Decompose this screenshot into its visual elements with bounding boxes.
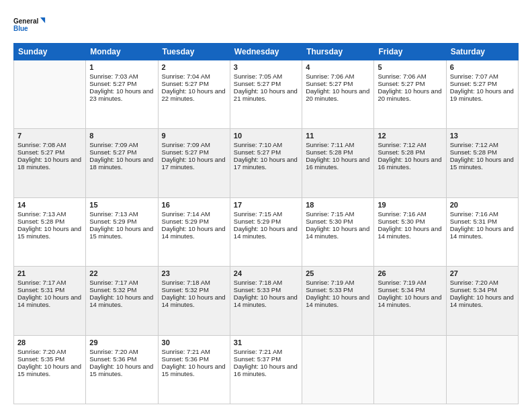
sunset-text: Sunset: 5:36 PM — [89, 355, 136, 363]
calendar-cell: 2 Sunrise: 7:04 AM Sunset: 5:27 PM Dayli… — [158, 60, 230, 129]
sunrise-text: Sunrise: 7:20 AM — [17, 348, 66, 355]
sunset-text: Sunset: 5:27 PM — [89, 80, 136, 87]
daylight-text: Daylight: 10 hours and 14 minutes. — [89, 293, 153, 308]
sunrise-text: Sunrise: 7:07 AM — [450, 73, 498, 80]
week-row-1: 1 Sunrise: 7:03 AM Sunset: 5:27 PM Dayli… — [14, 60, 519, 129]
sunset-text: Sunset: 5:36 PM — [162, 355, 209, 363]
weekday-wednesday: Wednesday — [230, 44, 302, 60]
calendar-cell: 23 Sunrise: 7:18 AM Sunset: 5:32 PM Dayl… — [158, 267, 230, 335]
day-number: 16 — [162, 201, 226, 209]
day-number: 3 — [234, 63, 298, 71]
sunrise-text: Sunrise: 7:06 AM — [378, 73, 426, 80]
sunrise-text: Sunrise: 7:16 AM — [450, 210, 498, 218]
day-number: 20 — [450, 201, 515, 209]
calendar-cell: 22 Sunrise: 7:17 AM Sunset: 5:32 PM Dayl… — [86, 267, 158, 335]
sunrise-text: Sunrise: 7:04 AM — [162, 73, 210, 80]
sunset-text: Sunset: 5:28 PM — [306, 148, 353, 156]
sunrise-text: Sunrise: 7:03 AM — [89, 73, 138, 80]
calendar-cell: 15 Sunrise: 7:13 AM Sunset: 5:29 PM Dayl… — [86, 197, 158, 266]
day-number: 21 — [17, 269, 82, 277]
sunrise-text: Sunrise: 7:09 AM — [162, 141, 210, 148]
calendar-cell: 25 Sunrise: 7:19 AM Sunset: 5:33 PM Dayl… — [302, 267, 374, 335]
calendar-cell: 14 Sunrise: 7:13 AM Sunset: 5:28 PM Dayl… — [14, 197, 86, 266]
sunset-text: Sunset: 5:27 PM — [162, 148, 209, 156]
day-number: 7 — [17, 132, 82, 140]
sunset-text: Sunset: 5:28 PM — [17, 218, 64, 225]
week-row-3: 14 Sunrise: 7:13 AM Sunset: 5:28 PM Dayl… — [14, 197, 519, 266]
calendar-cell: 13 Sunrise: 7:12 AM Sunset: 5:28 PM Dayl… — [446, 129, 518, 197]
sunrise-text: Sunrise: 7:18 AM — [234, 279, 282, 286]
calendar-cell — [374, 335, 446, 404]
daylight-text: Daylight: 10 hours and 15 minutes. — [17, 225, 81, 240]
day-number: 26 — [378, 269, 442, 277]
daylight-text: Daylight: 10 hours and 16 minutes. — [378, 156, 441, 171]
calendar-cell: 1 Sunrise: 7:03 AM Sunset: 5:27 PM Dayli… — [86, 60, 158, 129]
sunset-text: Sunset: 5:28 PM — [450, 148, 497, 156]
daylight-text: Daylight: 10 hours and 15 minutes. — [450, 156, 514, 171]
sunrise-text: Sunrise: 7:17 AM — [89, 279, 138, 286]
daylight-text: Daylight: 10 hours and 14 minutes. — [306, 225, 369, 240]
calendar-cell: 19 Sunrise: 7:16 AM Sunset: 5:30 PM Dayl… — [374, 197, 446, 266]
svg-marker-2 — [40, 17, 45, 24]
calendar-cell: 21 Sunrise: 7:17 AM Sunset: 5:31 PM Dayl… — [14, 267, 86, 335]
sunset-text: Sunset: 5:29 PM — [234, 218, 281, 225]
calendar-cell: 24 Sunrise: 7:18 AM Sunset: 5:33 PM Dayl… — [230, 267, 302, 335]
day-number: 10 — [234, 132, 298, 140]
calendar-cell: 3 Sunrise: 7:05 AM Sunset: 5:27 PM Dayli… — [230, 60, 302, 129]
sunset-text: Sunset: 5:27 PM — [89, 148, 136, 156]
sunrise-text: Sunrise: 7:13 AM — [89, 210, 138, 218]
sunrise-text: Sunrise: 7:11 AM — [306, 141, 354, 148]
daylight-text: Daylight: 10 hours and 14 minutes. — [378, 225, 441, 240]
calendar-cell: 26 Sunrise: 7:19 AM Sunset: 5:34 PM Dayl… — [374, 267, 446, 335]
calendar-cell: 27 Sunrise: 7:20 AM Sunset: 5:34 PM Dayl… — [446, 267, 518, 335]
day-number: 11 — [306, 132, 370, 140]
day-number: 2 — [162, 63, 226, 71]
daylight-text: Daylight: 10 hours and 14 minutes. — [162, 293, 226, 308]
day-number: 24 — [234, 269, 298, 277]
day-number: 4 — [306, 63, 370, 71]
sunrise-text: Sunrise: 7:19 AM — [306, 279, 354, 286]
daylight-text: Daylight: 10 hours and 14 minutes. — [306, 293, 369, 308]
sunset-text: Sunset: 5:27 PM — [162, 80, 209, 87]
daylight-text: Daylight: 10 hours and 17 minutes. — [162, 156, 226, 171]
calendar-cell — [446, 335, 518, 404]
day-number: 23 — [162, 269, 226, 277]
sunset-text: Sunset: 5:27 PM — [306, 80, 353, 87]
daylight-text: Daylight: 10 hours and 15 minutes. — [89, 363, 153, 377]
daylight-text: Daylight: 10 hours and 14 minutes. — [450, 293, 514, 308]
day-number: 5 — [378, 63, 442, 71]
daylight-text: Daylight: 10 hours and 14 minutes. — [162, 225, 226, 240]
weekday-saturday: Saturday — [446, 44, 518, 60]
sunrise-text: Sunrise: 7:10 AM — [234, 141, 282, 148]
logo: General Blue — [13, 12, 47, 36]
sunset-text: Sunset: 5:27 PM — [17, 148, 64, 156]
day-number: 22 — [89, 269, 154, 277]
sunrise-text: Sunrise: 7:19 AM — [378, 279, 426, 286]
daylight-text: Daylight: 10 hours and 19 minutes. — [450, 87, 514, 102]
calendar-cell: 4 Sunrise: 7:06 AM Sunset: 5:27 PM Dayli… — [302, 60, 374, 129]
daylight-text: Daylight: 10 hours and 21 minutes. — [234, 87, 298, 102]
daylight-text: Daylight: 10 hours and 15 minutes. — [17, 363, 81, 377]
sunset-text: Sunset: 5:31 PM — [17, 286, 64, 293]
calendar-cell: 17 Sunrise: 7:15 AM Sunset: 5:29 PM Dayl… — [230, 197, 302, 266]
day-number: 18 — [306, 201, 370, 209]
sunrise-text: Sunrise: 7:12 AM — [378, 141, 426, 148]
sunrise-text: Sunrise: 7:05 AM — [234, 73, 282, 80]
sunset-text: Sunset: 5:29 PM — [89, 218, 136, 225]
sunset-text: Sunset: 5:33 PM — [306, 286, 353, 293]
calendar-body: 1 Sunrise: 7:03 AM Sunset: 5:27 PM Dayli… — [14, 60, 519, 404]
sunrise-text: Sunrise: 7:12 AM — [450, 141, 498, 148]
daylight-text: Daylight: 10 hours and 14 minutes. — [450, 225, 514, 240]
day-number: 15 — [89, 201, 154, 209]
daylight-text: Daylight: 10 hours and 14 minutes. — [234, 225, 298, 240]
weekday-tuesday: Tuesday — [158, 44, 230, 60]
calendar-cell: 5 Sunrise: 7:06 AM Sunset: 5:27 PM Dayli… — [374, 60, 446, 129]
sunrise-text: Sunrise: 7:21 AM — [162, 348, 210, 355]
daylight-text: Daylight: 10 hours and 16 minutes. — [234, 363, 298, 377]
sunrise-text: Sunrise: 7:21 AM — [234, 348, 282, 355]
sunrise-text: Sunrise: 7:15 AM — [306, 210, 354, 218]
daylight-text: Daylight: 10 hours and 15 minutes. — [89, 225, 153, 240]
week-row-2: 7 Sunrise: 7:08 AM Sunset: 5:27 PM Dayli… — [14, 129, 519, 197]
day-number: 17 — [234, 201, 298, 209]
day-number: 9 — [162, 132, 226, 140]
